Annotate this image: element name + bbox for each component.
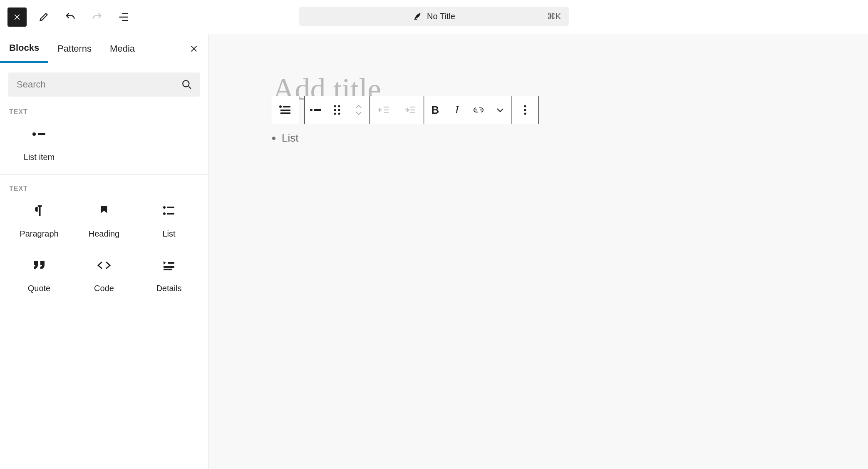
- link-icon: [473, 107, 484, 113]
- command-shortcut: ⌘K: [547, 11, 561, 21]
- italic-button[interactable]: I: [446, 96, 468, 124]
- block-label: Heading: [89, 229, 120, 239]
- drag-handle-button[interactable]: [326, 96, 348, 124]
- bullet-list-icon: [310, 106, 321, 114]
- svg-point-24: [524, 113, 526, 115]
- section-heading-1: TEXT: [0, 102, 208, 116]
- inserter-sidebar: Blocks Patterns Media TEXT List item: [0, 34, 208, 469]
- svg-point-0: [183, 80, 189, 87]
- block-heading[interactable]: Heading: [72, 204, 136, 239]
- close-inserter-button[interactable]: [185, 40, 203, 58]
- section-heading-2: TEXT: [0, 175, 208, 192]
- block-toolbar: B I: [271, 96, 539, 124]
- block-grid-1: List item: [0, 116, 208, 175]
- svg-rect-15: [314, 109, 321, 111]
- chevron-down-icon: [496, 107, 504, 113]
- code-icon: [97, 261, 111, 270]
- search-wrap: [0, 63, 208, 102]
- move-up-down-button[interactable]: [348, 96, 370, 124]
- redo-icon: [91, 11, 103, 23]
- bt-group-indent: [370, 96, 424, 124]
- search-input[interactable]: [16, 79, 181, 90]
- undo-button[interactable]: [61, 7, 80, 27]
- pencil-icon: [38, 12, 49, 22]
- paragraph-icon: [34, 205, 45, 217]
- svg-rect-8: [164, 266, 174, 268]
- block-label: Code: [94, 284, 114, 293]
- outdent-icon: [378, 105, 389, 115]
- svg-point-16: [334, 105, 336, 107]
- heading-icon: [99, 205, 109, 217]
- block-label: Details: [156, 284, 181, 293]
- svg-rect-12: [280, 110, 290, 111]
- bold-button[interactable]: B: [424, 96, 446, 124]
- block-details[interactable]: Details: [136, 259, 201, 293]
- svg-point-10: [279, 105, 282, 108]
- block-paragraph[interactable]: Paragraph: [7, 204, 72, 239]
- quote-icon: [33, 261, 45, 270]
- unordered-list-button[interactable]: [305, 96, 326, 124]
- document-title: No Title: [427, 12, 455, 21]
- list-block[interactable]: List: [273, 132, 298, 145]
- move-icon: [355, 104, 363, 116]
- svg-rect-4: [167, 207, 174, 208]
- edit-mode-button[interactable]: [34, 7, 53, 27]
- svg-point-17: [338, 105, 340, 107]
- block-list-item[interactable]: List item: [7, 127, 72, 162]
- tab-media[interactable]: Media: [101, 34, 144, 63]
- svg-point-23: [524, 109, 526, 111]
- svg-rect-6: [167, 213, 174, 215]
- bt-group-format: B I: [424, 96, 511, 124]
- drag-icon: [333, 105, 341, 115]
- command-bar[interactable]: No Title ⌘K: [299, 7, 569, 26]
- details-icon: [163, 260, 175, 270]
- search-field[interactable]: [8, 72, 200, 97]
- close-editor-button[interactable]: [7, 7, 27, 27]
- top-toolbar: No Title ⌘K: [0, 0, 868, 34]
- indent-button[interactable]: [397, 96, 424, 124]
- block-code[interactable]: Code: [72, 259, 136, 293]
- outdent-button[interactable]: [370, 96, 397, 124]
- search-icon: [181, 79, 192, 90]
- block-grid-2: Paragraph Heading List Quote: [0, 192, 208, 306]
- block-label: Quote: [28, 284, 50, 293]
- svg-rect-11: [283, 106, 290, 107]
- svg-point-19: [338, 109, 340, 111]
- tab-blocks[interactable]: Blocks: [0, 34, 48, 63]
- list-item-icon: [32, 130, 46, 138]
- block-list[interactable]: List: [136, 204, 201, 239]
- list-icon: [163, 205, 175, 216]
- tab-patterns[interactable]: Patterns: [48, 34, 101, 63]
- inserter-tabs: Blocks Patterns Media: [0, 34, 208, 63]
- list-block-icon: [279, 105, 291, 115]
- svg-rect-9: [164, 269, 172, 270]
- svg-point-21: [338, 113, 340, 115]
- block-label: Paragraph: [20, 229, 58, 239]
- outline-icon: [118, 11, 129, 23]
- block-label: List: [162, 229, 175, 239]
- bt-group-block-type: [271, 96, 299, 124]
- block-options-button[interactable]: [512, 96, 538, 124]
- link-button[interactable]: [468, 96, 489, 124]
- redo-button[interactable]: [87, 7, 107, 27]
- document-overview-button[interactable]: [114, 7, 133, 27]
- bold-icon: B: [432, 104, 439, 117]
- svg-rect-2: [38, 133, 45, 135]
- indent-icon: [404, 105, 416, 115]
- feather-icon: [413, 12, 422, 21]
- more-format-button[interactable]: [489, 96, 511, 124]
- list-item-placeholder[interactable]: List: [282, 132, 298, 145]
- svg-rect-13: [280, 112, 290, 114]
- editor-canvas[interactable]: Add title: [208, 34, 868, 469]
- svg-point-18: [334, 109, 336, 111]
- close-icon: [13, 13, 21, 21]
- svg-point-14: [310, 109, 312, 111]
- bt-group-more: [511, 96, 539, 124]
- undo-icon: [64, 11, 76, 23]
- more-vertical-icon: [523, 105, 527, 115]
- bt-group-list-controls: [304, 96, 370, 124]
- svg-rect-7: [168, 262, 174, 264]
- italic-icon: I: [455, 104, 459, 116]
- block-type-button[interactable]: [271, 96, 299, 124]
- block-quote[interactable]: Quote: [7, 259, 72, 293]
